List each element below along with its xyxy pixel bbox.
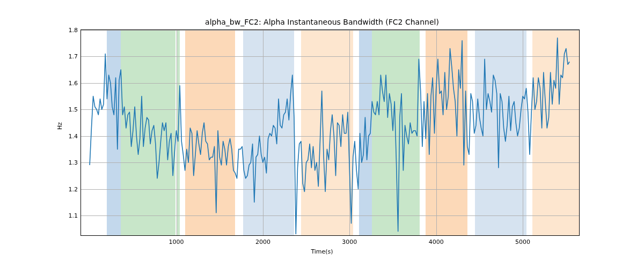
- line-series: [81, 30, 579, 235]
- y-tick-label: 1.7: [69, 53, 78, 60]
- axes: 1.11.21.31.41.51.61.71.81000200030004000…: [80, 29, 580, 236]
- y-axis-label: Hz: [56, 110, 63, 142]
- x-tick-label: 5000: [515, 239, 530, 245]
- y-tick-label: 1.3: [69, 159, 78, 166]
- y-tick-label: 1.5: [69, 106, 78, 113]
- y-tick-label: 1.6: [69, 79, 78, 86]
- x-tick-label: 3000: [342, 239, 357, 245]
- y-tick-label: 1.2: [69, 185, 78, 192]
- y-tick-label: 1.8: [69, 27, 78, 34]
- chart-title: alpha_bw_FC2: Alpha Instantaneous Bandwi…: [0, 18, 644, 26]
- x-axis-label: Time(s): [0, 248, 644, 255]
- y-tick-label: 1.4: [69, 132, 78, 139]
- x-tick-label: 1000: [169, 239, 184, 245]
- x-tick-label: 4000: [429, 239, 444, 245]
- x-tick-label: 2000: [255, 239, 270, 245]
- figure: alpha_bw_FC2: Alpha Instantaneous Bandwi…: [0, 0, 644, 268]
- plot-area: [81, 30, 579, 235]
- y-tick-label: 1.1: [69, 212, 78, 219]
